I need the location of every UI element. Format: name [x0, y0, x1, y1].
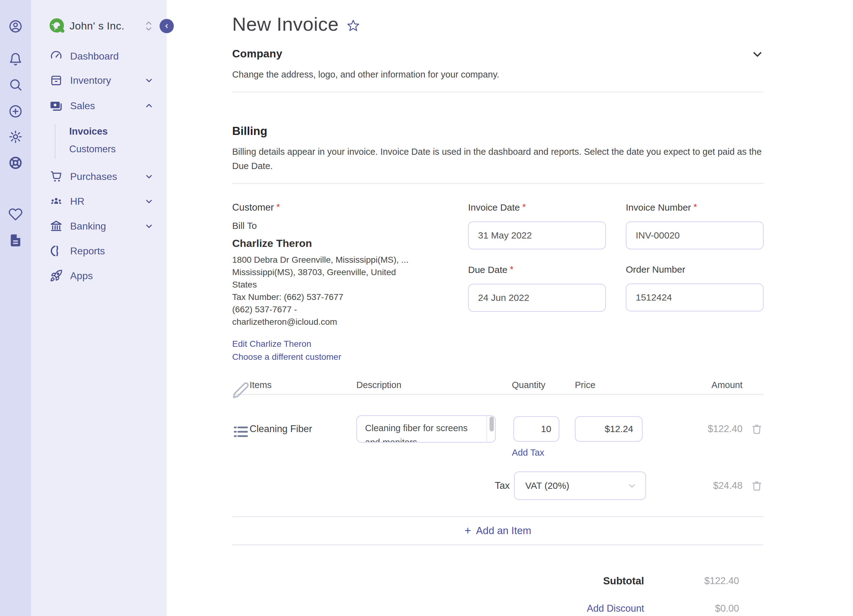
sidebar-subitem-customers[interactable]: Customers [31, 141, 167, 158]
sidebar-subitem-label: Customers [69, 144, 116, 155]
items-column-header: Items [250, 380, 356, 390]
sidebar-item-inventory[interactable]: Inventory [31, 68, 167, 92]
items-table-header: Items Description Quantity Price Amount [232, 376, 763, 394]
add-item-button[interactable]: + Add an Item [232, 517, 763, 544]
order-number-field: Order Number [626, 264, 763, 312]
account-icon[interactable] [8, 19, 23, 33]
icon-rail [0, 0, 31, 616]
sidebar-item-dashboard[interactable]: Dashboard [31, 44, 167, 68]
section-divider [232, 183, 763, 184]
main-content: New Invoice Company Change the address, … [167, 0, 853, 616]
sidebar-subitem-invoices[interactable]: Invoices [31, 123, 167, 140]
chevron-up-icon [144, 101, 154, 110]
price-column-header: Price [575, 380, 595, 390]
sidebar-item-purchases[interactable]: Purchases [31, 164, 167, 189]
item-name[interactable]: Cleaning Fiber [250, 424, 356, 434]
item-price-input[interactable] [575, 416, 642, 442]
item-quantity-input[interactable] [513, 416, 559, 442]
sidebar-item-apps[interactable]: Apps [31, 263, 167, 288]
company-section-title: Company [232, 47, 282, 60]
favorites-heart-icon[interactable] [8, 207, 23, 221]
sidebar-item-banking[interactable]: Banking [31, 214, 167, 238]
invoice-number-label: Invoice Number [626, 202, 763, 213]
choose-customer-link[interactable]: Choose a different customer [232, 351, 341, 363]
item-description-textarea[interactable]: Cleaning fiber for screens and monitors [356, 415, 496, 443]
chevron-down-icon [144, 76, 154, 85]
invoice-number-field: Invoice Number [626, 202, 763, 250]
chevron-down-icon [144, 197, 154, 206]
sidebar-item-reports[interactable]: Reports [31, 239, 167, 263]
customer-tax-number: Tax Number: (662) 537-7677 [232, 291, 468, 303]
company-collapse-chevron-icon[interactable] [751, 48, 763, 61]
invoice-fields: Invoice Date Invoice Number Due Date Ord… [468, 202, 763, 363]
company-name[interactable]: John' s Inc. [70, 20, 124, 32]
chevron-down-icon [144, 221, 154, 231]
company-section-description: Change the address, logo, and other info… [232, 67, 763, 82]
tax-select[interactable]: VAT (20%) [514, 471, 646, 500]
sidebar-item-label: Sales [70, 100, 95, 112]
sidebar-item-label: HR [70, 196, 84, 207]
add-tax-link[interactable]: Add Tax [512, 448, 544, 458]
sidebar-item-label: Apps [70, 270, 93, 282]
tax-row: Tax VAT (20%) $24.48 [232, 471, 763, 500]
invoice-date-input[interactable] [468, 221, 606, 250]
invoice-date-field: Invoice Date [468, 202, 606, 250]
invoice-number-input[interactable] [626, 221, 763, 250]
subtotal-value: $122.40 [644, 575, 739, 587]
textarea-scrollbar-thumb[interactable] [490, 416, 494, 431]
dashboard-gauge-icon [50, 50, 63, 63]
sidebar-subitem-label: Invoices [69, 126, 108, 137]
item-list-drag-icon[interactable] [232, 423, 250, 440]
company-logo[interactable] [49, 17, 66, 34]
amount-column-header: Amount [642, 380, 742, 390]
table-divider [232, 394, 763, 395]
chevron-down-icon [627, 481, 637, 490]
tax-amount: $24.48 [713, 480, 742, 491]
settings-gear-icon[interactable] [8, 130, 23, 144]
favorite-star-icon[interactable] [346, 19, 360, 33]
discount-value: $0.00 [644, 603, 739, 614]
delete-item-trash-icon[interactable] [751, 424, 762, 434]
apps-rocket-icon [50, 269, 63, 282]
invoice-date-label: Invoice Date [468, 202, 606, 213]
due-date-input[interactable] [468, 284, 606, 312]
sidebar-item-hr[interactable]: HR [31, 189, 167, 213]
billing-section-description: Billing details appear in your invoice. … [232, 145, 763, 173]
notifications-bell-icon[interactable] [8, 52, 23, 67]
add-discount-link[interactable]: Add Discount [587, 603, 644, 614]
sidebar-header: John' s Inc. [31, 15, 167, 38]
customer-address-line: 1800 Debra Dr Greenville, Mississippi(MS… [232, 254, 468, 266]
documents-icon[interactable] [8, 233, 23, 248]
customer-address-line: Mississippi(MS), 38703, Greenville, Unit… [232, 266, 468, 278]
items-table: Items Description Quantity Price Amount … [232, 376, 763, 545]
order-number-label: Order Number [626, 264, 763, 275]
plus-icon: + [465, 524, 471, 537]
sidebar-item-sales[interactable]: Sales [31, 94, 167, 118]
company-switcher-icon[interactable] [143, 20, 154, 32]
subtotal-label: Subtotal [603, 575, 644, 587]
customer-name: Charlize Theron [232, 237, 468, 250]
tax-select-value: VAT (20%) [525, 480, 569, 491]
add-item-label: Add an Item [476, 525, 531, 537]
hr-people-icon [50, 195, 63, 208]
customer-block: Customer Bill To Charlize Theron 1800 De… [232, 202, 468, 363]
add-tax-row: Add Tax [232, 448, 763, 458]
description-column-header: Description [356, 380, 498, 390]
sidebar-collapse-button[interactable] [159, 19, 174, 33]
inventory-box-icon [50, 74, 63, 87]
sales-wallet-icon [50, 99, 63, 112]
due-date-field: Due Date [468, 264, 606, 312]
search-icon[interactable] [8, 77, 23, 92]
help-lifebuoy-icon[interactable] [8, 156, 23, 170]
purchases-cart-icon [50, 170, 63, 183]
customer-label: Customer [232, 202, 468, 213]
edit-customer-link[interactable]: Edit Charlize Theron [232, 338, 311, 351]
delete-tax-trash-icon[interactable] [751, 480, 762, 491]
add-circle-icon[interactable] [8, 104, 23, 118]
customer-address-line: States [232, 278, 468, 291]
order-number-input[interactable] [626, 283, 763, 312]
table-divider [232, 544, 763, 545]
item-amount: $122.40 [708, 424, 742, 434]
banking-bank-icon [50, 219, 63, 233]
customer-phone: (662) 537-7677 - [232, 303, 468, 316]
